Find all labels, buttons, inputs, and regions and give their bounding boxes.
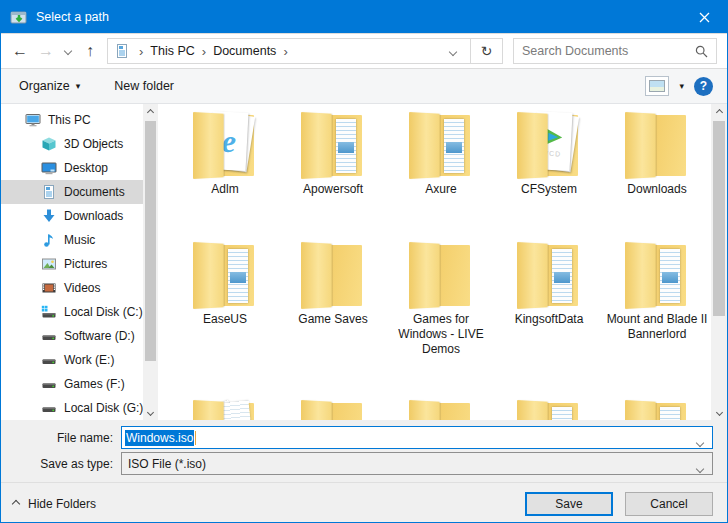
folder-item[interactable]: Game Saves: [279, 240, 387, 398]
cancel-button-label: Cancel: [650, 497, 687, 511]
back-button[interactable]: ←: [7, 38, 33, 64]
close-icon: [699, 12, 710, 23]
folder-item[interactable]: Axure: [387, 110, 495, 240]
folder-with-papers-icon: [187, 398, 263, 420]
folder-name: Mount and Blade II Bannerlord: [606, 312, 708, 342]
folder-item[interactable]: [603, 398, 711, 420]
folder-with-documents-icon: [511, 398, 587, 420]
folder-item[interactable]: KingsoftData: [495, 240, 603, 398]
folder-with-documents-icon: [403, 110, 479, 180]
sidebar-item-documents[interactable]: Documents: [1, 180, 158, 204]
file-name-dropdown-icon[interactable]: [697, 435, 703, 449]
folder-with-vcd-document-icon: VCD: [511, 110, 587, 180]
3d-cube-icon: [41, 136, 57, 152]
sidebar-item-desktop[interactable]: Desktop: [1, 156, 158, 180]
breadcrumb-separator: ›: [276, 44, 294, 59]
up-button[interactable]: ↑: [77, 38, 103, 64]
sidebar-item-work-e[interactable]: Work (E:): [1, 348, 158, 372]
folder-item[interactable]: Downloads: [603, 110, 711, 240]
search-input[interactable]: Search Documents: [513, 38, 717, 64]
address-dropdown-button[interactable]: [440, 44, 466, 58]
sidebar-item-local-disk-c[interactable]: Local Disk (C:): [1, 300, 158, 324]
sidebar-item-local-disk-g[interactable]: Local Disk (G:): [1, 396, 158, 420]
sidebar-item-games-f[interactable]: Games (F:): [1, 372, 158, 396]
folder-name: Games for Windows - LIVE Demos: [390, 312, 492, 357]
folder-item[interactable]: Mount and Blade II Bannerlord: [603, 240, 711, 398]
folder-with-ie-document-icon: e: [187, 110, 263, 180]
file-list-area: e Adlm Apowersoft Axure: [159, 104, 727, 420]
refresh-button[interactable]: ↻: [471, 38, 503, 64]
help-button[interactable]: ?: [694, 77, 713, 96]
folder-with-documents-icon: [187, 240, 263, 310]
save-as-type-dropdown-icon: [697, 461, 703, 475]
scroll-down-icon[interactable]: [143, 404, 158, 420]
drive-icon: [41, 328, 57, 344]
content-scrollbar[interactable]: [711, 104, 727, 420]
app-icon: [10, 9, 28, 25]
sidebar-item-videos[interactable]: Videos: [1, 276, 158, 300]
save-button-label: Save: [555, 497, 582, 511]
search-placeholder: Search Documents: [522, 44, 695, 58]
new-folder-label: New folder: [114, 79, 174, 93]
sidebar-item-label: Local Disk (C:): [64, 305, 143, 319]
breadcrumb-this-pc[interactable]: This PC: [150, 44, 194, 58]
folder-empty-icon: [295, 398, 371, 420]
view-options-chevron-icon[interactable]: ▾: [679, 81, 684, 91]
folder-item[interactable]: Apowersoft: [279, 110, 387, 240]
organize-button[interactable]: Organize ▾: [19, 79, 80, 93]
sidebar-item-label: Downloads: [64, 209, 123, 223]
folder-item[interactable]: EaseUS: [171, 240, 279, 398]
folder-item[interactable]: [279, 398, 387, 420]
scrollbar-thumb[interactable]: [145, 121, 156, 361]
file-name-input[interactable]: Windows.iso: [121, 426, 713, 449]
folder-empty-icon: [619, 110, 695, 180]
save-as-type-select[interactable]: ISO File (*.iso): [121, 452, 713, 475]
change-view-button[interactable]: [645, 76, 669, 96]
folder-item[interactable]: [171, 398, 279, 420]
system-drive-icon: [41, 304, 57, 320]
scrollbar-thumb[interactable]: [713, 121, 725, 316]
help-icon: ?: [700, 79, 707, 93]
new-folder-button[interactable]: New folder: [114, 79, 174, 93]
folder-item[interactable]: VCD CFSystem: [495, 110, 603, 240]
folder-item[interactable]: Games for Windows - LIVE Demos: [387, 240, 495, 398]
download-arrow-icon: [41, 208, 57, 224]
save-button[interactable]: Save: [525, 492, 613, 516]
navigation-bar: ← → ↑ › This PC › Documents › ↻ Search D…: [1, 33, 727, 69]
folder-item[interactable]: e Adlm: [171, 110, 279, 240]
sidebar-item-3d-objects[interactable]: 3D Objects: [1, 132, 158, 156]
scroll-up-icon[interactable]: [711, 104, 727, 120]
folder-item[interactable]: [387, 398, 495, 420]
scroll-down-icon[interactable]: [711, 404, 727, 420]
cancel-button[interactable]: Cancel: [625, 492, 713, 516]
folder-with-documents-icon: [295, 110, 371, 180]
drive-icon: [41, 400, 57, 416]
folder-item[interactable]: [495, 398, 603, 420]
sidebar-item-label: Work (E:): [64, 353, 114, 367]
close-button[interactable]: [681, 1, 727, 33]
breadcrumb-documents[interactable]: Documents: [213, 44, 276, 58]
sidebar-item-downloads[interactable]: Downloads: [1, 204, 158, 228]
folder-name: Game Saves: [298, 312, 367, 327]
folder-empty-icon: [295, 240, 371, 310]
navigation-pane: This PC 3D Objects Desktop Documents Dow…: [1, 104, 159, 420]
window-title: Select a path: [36, 10, 109, 24]
sidebar-item-this-pc[interactable]: This PC: [1, 108, 158, 132]
forward-button[interactable]: →: [33, 38, 59, 64]
chevron-down-icon: ▾: [76, 81, 81, 91]
sidebar-scrollbar[interactable]: [143, 104, 158, 420]
recent-locations-button[interactable]: [59, 38, 77, 64]
sidebar-item-pictures[interactable]: Pictures: [1, 252, 158, 276]
scroll-up-icon[interactable]: [143, 104, 158, 120]
document-icon: [41, 184, 57, 200]
sidebar-item-music[interactable]: Music: [1, 228, 158, 252]
folder-empty-icon: [403, 398, 479, 420]
address-bar[interactable]: › This PC › Documents ›: [107, 38, 471, 64]
thumbnail-view-icon: [649, 80, 665, 92]
folder-with-documents-icon: [511, 240, 587, 310]
chevron-up-icon: [12, 500, 20, 508]
breadcrumb-separator: ›: [132, 44, 150, 59]
sidebar-item-label: 3D Objects: [64, 137, 123, 151]
sidebar-item-software-d[interactable]: Software (D:): [1, 324, 158, 348]
hide-folders-button[interactable]: Hide Folders: [13, 497, 96, 511]
